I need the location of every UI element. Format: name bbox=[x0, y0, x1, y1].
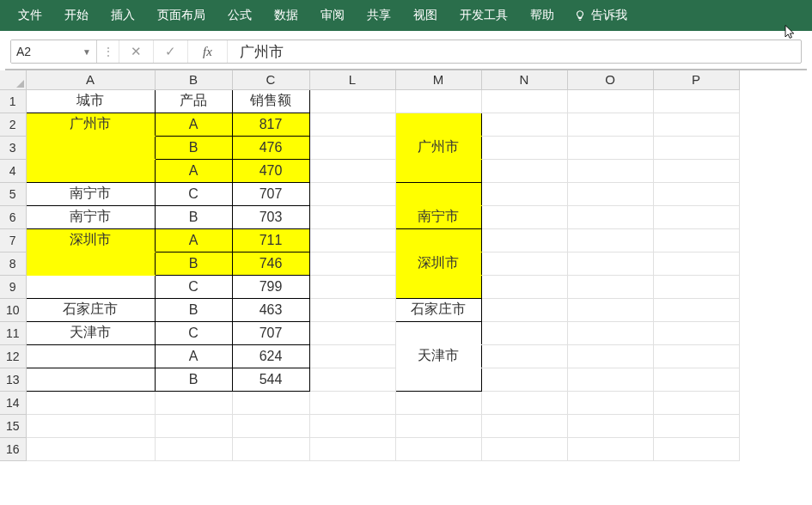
cell-P12[interactable] bbox=[653, 344, 739, 368]
cell-N12[interactable] bbox=[481, 344, 567, 368]
cell-L6[interactable] bbox=[309, 205, 395, 228]
cell-O3[interactable] bbox=[567, 136, 653, 159]
cell-C13[interactable]: 544 bbox=[232, 368, 309, 391]
cell-M2[interactable] bbox=[395, 113, 481, 136]
cell-N2[interactable] bbox=[481, 113, 567, 136]
cell-B3[interactable]: B bbox=[155, 136, 232, 159]
cell-C8[interactable]: 746 bbox=[232, 252, 309, 275]
cell-P10[interactable] bbox=[653, 298, 739, 321]
cell-O5[interactable] bbox=[567, 182, 653, 205]
cell-N9[interactable] bbox=[481, 275, 567, 298]
cell-P13[interactable] bbox=[653, 368, 739, 391]
row-header[interactable]: 14 bbox=[0, 391, 26, 414]
cell-A9[interactable] bbox=[26, 275, 155, 298]
cell-A3[interactable] bbox=[26, 136, 155, 159]
cell-B10[interactable]: B bbox=[155, 298, 232, 321]
cell-N4[interactable] bbox=[481, 159, 567, 182]
row-header[interactable]: 5 bbox=[0, 182, 26, 205]
cell-N14[interactable] bbox=[481, 391, 567, 414]
cell-L15[interactable] bbox=[309, 414, 395, 437]
row-header[interactable]: 6 bbox=[0, 205, 26, 228]
row-header[interactable]: 2 bbox=[0, 113, 26, 136]
cell-P16[interactable] bbox=[653, 437, 739, 460]
row-header[interactable]: 9 bbox=[0, 275, 26, 298]
cell-O10[interactable] bbox=[567, 298, 653, 321]
cell-B1[interactable]: 产品 bbox=[155, 89, 232, 113]
cell-A12[interactable] bbox=[26, 344, 155, 368]
row-header[interactable]: 7 bbox=[0, 228, 26, 252]
cell-P1[interactable] bbox=[653, 89, 739, 113]
cell-M14[interactable] bbox=[395, 391, 481, 414]
row-header[interactable]: 8 bbox=[0, 252, 26, 275]
cell-P15[interactable] bbox=[653, 414, 739, 437]
cell-A11[interactable]: 天津市 bbox=[26, 321, 155, 344]
cell-N1[interactable] bbox=[481, 89, 567, 113]
cell-P4[interactable] bbox=[653, 159, 739, 182]
cell-N10[interactable] bbox=[481, 298, 567, 321]
cell-M5[interactable] bbox=[395, 182, 481, 205]
cell-P8[interactable] bbox=[653, 252, 739, 275]
cell-B14[interactable] bbox=[155, 391, 232, 414]
column-header[interactable]: A bbox=[26, 70, 155, 89]
cell-M3[interactable]: 广州市 bbox=[395, 136, 481, 159]
cell-N7[interactable] bbox=[481, 228, 567, 252]
cell-C3[interactable]: 476 bbox=[232, 136, 309, 159]
cell-C4[interactable]: 470 bbox=[232, 159, 309, 182]
cell-C16[interactable] bbox=[232, 437, 309, 460]
cell-P11[interactable] bbox=[653, 321, 739, 344]
cell-C9[interactable]: 799 bbox=[232, 275, 309, 298]
cell-P9[interactable] bbox=[653, 275, 739, 298]
ribbon-tab[interactable]: 插入 bbox=[100, 0, 146, 31]
ribbon-tab[interactable]: 文件 bbox=[7, 0, 53, 31]
cell-O2[interactable] bbox=[567, 113, 653, 136]
cell-A6[interactable]: 南宁市 bbox=[26, 205, 155, 228]
cell-C10[interactable]: 463 bbox=[232, 298, 309, 321]
cell-L12[interactable] bbox=[309, 344, 395, 368]
ribbon-tab[interactable]: 开始 bbox=[53, 0, 100, 31]
cell-A15[interactable] bbox=[26, 414, 155, 437]
tell-me-box[interactable]: 告诉我 bbox=[565, 0, 636, 31]
cell-A4[interactable] bbox=[26, 159, 155, 182]
cell-A13[interactable] bbox=[26, 368, 155, 391]
cell-M4[interactable] bbox=[395, 159, 481, 182]
cell-N6[interactable] bbox=[481, 205, 567, 228]
cell-O9[interactable] bbox=[567, 275, 653, 298]
cell-L14[interactable] bbox=[309, 391, 395, 414]
cell-N15[interactable] bbox=[481, 414, 567, 437]
cell-A1[interactable]: 城市 bbox=[26, 89, 155, 113]
cell-C1[interactable]: 销售额 bbox=[232, 89, 309, 113]
row-header[interactable]: 3 bbox=[0, 136, 26, 159]
column-header[interactable]: O bbox=[567, 70, 653, 89]
column-header[interactable]: C bbox=[232, 70, 309, 89]
cell-B16[interactable] bbox=[155, 437, 232, 460]
cell-O12[interactable] bbox=[567, 344, 653, 368]
formula-input[interactable]: 广州市 bbox=[228, 40, 801, 63]
cell-O7[interactable] bbox=[567, 228, 653, 252]
cell-O8[interactable] bbox=[567, 252, 653, 275]
cell-M12[interactable]: 天津市 bbox=[395, 344, 481, 368]
cell-C6[interactable]: 703 bbox=[232, 205, 309, 228]
cell-O16[interactable] bbox=[567, 437, 653, 460]
cell-N3[interactable] bbox=[481, 136, 567, 159]
cell-P5[interactable] bbox=[653, 182, 739, 205]
spreadsheet-grid[interactable]: ABCLMNOP1城市产品销售额2广州市A8173B476广州市4A4705南宁… bbox=[0, 70, 812, 461]
cell-A16[interactable] bbox=[26, 437, 155, 460]
cell-M13[interactable] bbox=[395, 368, 481, 391]
cell-O11[interactable] bbox=[567, 321, 653, 344]
row-header[interactable]: 13 bbox=[0, 368, 26, 391]
cell-B11[interactable]: C bbox=[155, 321, 232, 344]
cell-O4[interactable] bbox=[567, 159, 653, 182]
cell-P3[interactable] bbox=[653, 136, 739, 159]
row-header[interactable]: 11 bbox=[0, 321, 26, 344]
cell-C15[interactable] bbox=[232, 414, 309, 437]
ribbon-tab[interactable]: 数据 bbox=[263, 0, 309, 31]
cell-C11[interactable]: 707 bbox=[232, 321, 309, 344]
cell-M6[interactable]: 南宁市 bbox=[395, 205, 481, 228]
cell-O13[interactable] bbox=[567, 368, 653, 391]
cell-B5[interactable]: C bbox=[155, 182, 232, 205]
cell-L10[interactable] bbox=[309, 298, 395, 321]
cell-O6[interactable] bbox=[567, 205, 653, 228]
cell-O14[interactable] bbox=[567, 391, 653, 414]
cell-M11[interactable] bbox=[395, 321, 481, 344]
cell-B4[interactable]: A bbox=[155, 159, 232, 182]
